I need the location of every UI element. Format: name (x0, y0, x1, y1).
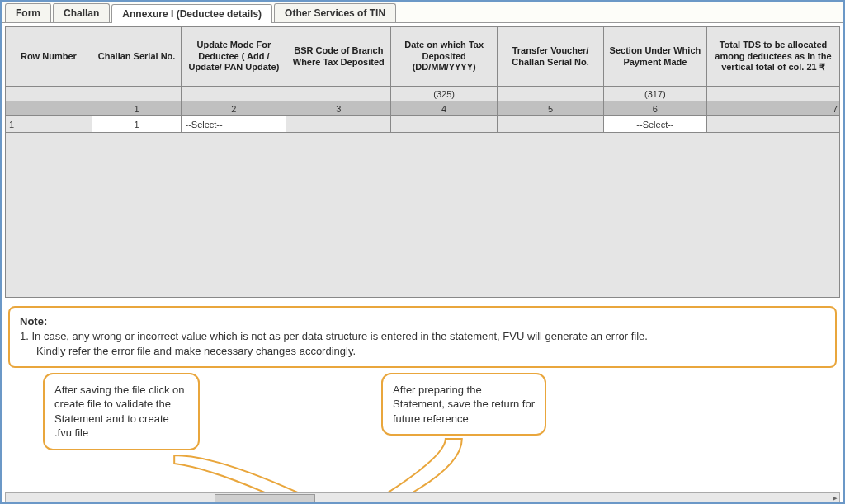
horizontal-scrollbar[interactable] (5, 492, 840, 504)
col-challan-serial: Challan Serial No. (92, 27, 182, 87)
callout-area: After saving the file click on create fi… (2, 373, 843, 492)
cell-total-tds[interactable] (706, 116, 839, 133)
col-transfer-voucher: Transfer Voucher/ Challan Serial No. (498, 27, 604, 87)
colnum-6: 5 (498, 101, 604, 116)
colnum-4: 3 (286, 101, 391, 116)
cell-challan-serial[interactable]: 1 (92, 116, 182, 133)
colnum-8: 7 (706, 101, 839, 116)
note-title: Note: (20, 315, 47, 327)
tab-annexure[interactable]: Annexure I (Deductee details) (111, 4, 272, 23)
tab-form[interactable]: Form (5, 3, 51, 22)
callout-create-file: After saving the file click on create fi… (43, 373, 200, 450)
colnum-7: 6 (604, 101, 707, 116)
cell-update-mode-select[interactable]: --Select-- (182, 116, 286, 133)
cell-section-select[interactable]: --Select-- (604, 116, 707, 133)
col-row-number: Row Number (6, 27, 92, 87)
callout-save: After preparing the Statement, save the … (381, 373, 546, 436)
colnum-5: 4 (391, 101, 498, 116)
deductee-grid: Row Number Challan Serial No. Update Mod… (5, 26, 840, 133)
column-number-row: 1 2 3 4 5 6 7 (6, 101, 840, 116)
cell-row-number[interactable]: 1 (6, 116, 92, 133)
grid-empty-area (5, 133, 840, 298)
reference-row: (325) (317) (6, 87, 840, 101)
col-date-deposited: Date on which Tax Deposited (DD/MM/YYYY) (391, 27, 498, 87)
colnum-3: 2 (182, 101, 286, 116)
callout-save-text: After preparing the Statement, save the … (393, 384, 535, 425)
note-line2: Kindly refer the error file and make nec… (20, 344, 356, 359)
cell-date-deposited[interactable] (391, 116, 498, 133)
note-box: Note: 1. In case, any wrong or incorrect… (8, 306, 837, 368)
cell-bsr-code[interactable] (286, 116, 391, 133)
col-update-mode: Update Mode For Deductee ( Add / Update/… (182, 27, 286, 87)
colnum-2: 1 (92, 101, 182, 116)
ref-date: (325) (391, 87, 498, 101)
grid-wrapper: Row Number Challan Serial No. Update Mod… (2, 23, 843, 301)
col-bsr-code: BSR Code of Branch Where Tax Deposited (286, 27, 391, 87)
app-frame: Form Challan Annexure I (Deductee detail… (0, 0, 845, 504)
tab-challan[interactable]: Challan (53, 3, 110, 22)
col-section-payment: Section Under Which Payment Made (604, 27, 707, 87)
ref-section: (317) (604, 87, 707, 101)
tab-other-services[interactable]: Other Services of TIN (274, 3, 396, 22)
tab-bar: Form Challan Annexure I (Deductee detail… (2, 2, 843, 23)
cell-transfer-voucher[interactable] (498, 116, 604, 133)
callout-create-file-text: After saving the file click on create fi… (54, 384, 185, 440)
note-line1: 1. In case, any wrong or incorrect value… (20, 330, 648, 342)
col-total-tds: Total TDS to be allocated among deductee… (706, 27, 839, 87)
table-row[interactable]: 1 1 --Select-- --Select-- (6, 116, 840, 133)
